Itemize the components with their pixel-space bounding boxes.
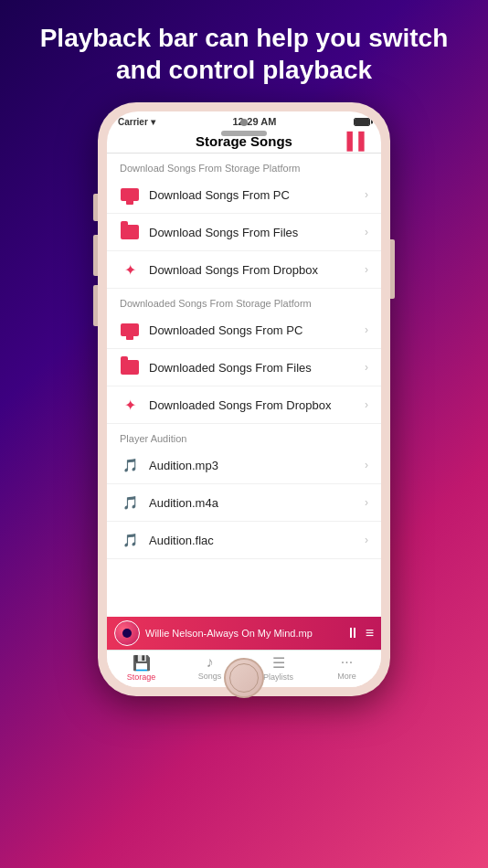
wifi-icon: ▾ <box>151 117 155 127</box>
volume-down-button <box>93 285 98 326</box>
dropbox-icon: ✦ <box>120 259 140 280</box>
music-note-2: 🎵 <box>122 495 138 510</box>
dropbox-icon-2: ✦ <box>120 395 140 415</box>
battery-fill <box>355 119 369 125</box>
phone-screen: Carrier ▾ 12:29 AM Storage Songs ▌▌ Down… <box>107 111 381 687</box>
downloaded-files-item[interactable]: Downloaded Songs From Files › <box>107 349 381 386</box>
status-right <box>354 118 370 126</box>
home-button-inner <box>229 663 259 693</box>
music-note-1: 🎵 <box>122 458 138 472</box>
chevron-icon: › <box>365 188 368 201</box>
download-files-item[interactable]: Download Songs From Files › <box>107 214 381 251</box>
music-note-3: 🎵 <box>122 533 138 547</box>
chevron-icon: › <box>365 398 368 411</box>
chevron-icon: › <box>365 496 368 509</box>
tab-storage[interactable]: 💾 Storage <box>107 654 175 682</box>
audition-flac-item[interactable]: 🎵 Audition.flac › <box>107 522 381 559</box>
playlists-tab-label: Playlists <box>263 672 293 682</box>
section-header-downloaded: Downloaded Songs From Storage Platform <box>107 289 381 312</box>
downloaded-dropbox-label: Downloaded Songs From Dropbox <box>149 398 361 412</box>
songs-tab-label: Songs <box>198 672 222 681</box>
phone-top-bar <box>221 119 267 136</box>
dropbox-shape: ✦ <box>124 261 136 279</box>
chevron-icon: › <box>365 226 368 238</box>
audition-mp3-label: Audition.mp3 <box>149 459 361 472</box>
audition-flac-label: Audition.flac <box>149 534 361 547</box>
power-button <box>390 239 395 299</box>
chevron-icon: › <box>365 534 368 546</box>
more-tab-label: More <box>337 672 356 681</box>
downloaded-pc-item[interactable]: Downloaded Songs From PC › <box>107 312 381 349</box>
chevron-icon: › <box>365 263 368 276</box>
chevron-icon: › <box>365 361 368 374</box>
download-dropbox-item[interactable]: ✦ Download Songs From Dropbox › <box>107 251 381 289</box>
volume-up-button <box>93 235 98 276</box>
download-pc-label: Download Songs From PC <box>149 188 361 202</box>
queue-button[interactable]: ≡ <box>366 625 374 641</box>
audition-m4a-label: Audition.m4a <box>149 496 361 510</box>
carrier-label: Carrier <box>118 117 148 127</box>
music-icon-2: 🎵 <box>120 492 140 513</box>
folder-icon-2 <box>120 357 140 377</box>
volume-mute-button <box>93 194 98 221</box>
section-header-audition: Player Audition <box>107 424 381 447</box>
pc-icon <box>120 185 140 205</box>
section-header-download: Download Songs From Storage Platform <box>107 153 381 176</box>
status-left: Carrier ▾ <box>118 117 155 127</box>
chevron-icon: › <box>365 459 368 471</box>
storage-tab-icon: 💾 <box>133 654 151 672</box>
songs-tab-icon: ♪ <box>207 654 214 671</box>
downloaded-pc-label: Downloaded Songs From PC <box>149 323 361 337</box>
album-art-thumb <box>114 620 140 646</box>
pc-shape <box>121 188 139 201</box>
download-dropbox-label: Download Songs From Dropbox <box>149 263 361 277</box>
speaker <box>221 131 267 136</box>
music-icon-1: 🎵 <box>120 455 140 475</box>
app-content: Download Songs From Storage Platform Dow… <box>107 153 381 617</box>
pc-shape-2 <box>121 323 139 336</box>
dropbox-shape-2: ✦ <box>124 397 136 414</box>
downloaded-files-label: Downloaded Songs From Files <box>149 361 361 375</box>
folder-shape-2 <box>121 360 139 375</box>
music-icon-3: 🎵 <box>120 530 140 550</box>
folder-icon <box>120 222 140 242</box>
download-pc-item[interactable]: Download Songs From PC › <box>107 176 381 214</box>
playback-bar[interactable]: Willie Nelson-Always On My Mind.mp ⏸ ≡ <box>107 617 381 650</box>
chevron-icon: › <box>365 323 368 336</box>
audition-m4a-item[interactable]: 🎵 Audition.m4a › <box>107 484 381 522</box>
pause-button[interactable]: ⏸ <box>345 625 360 641</box>
camera <box>240 119 248 126</box>
storage-tab-label: Storage <box>127 672 156 682</box>
audition-mp3-item[interactable]: 🎵 Audition.mp3 › <box>107 447 381 484</box>
folder-shape <box>121 225 139 239</box>
phone-frame: Carrier ▾ 12:29 AM Storage Songs ▌▌ Down… <box>98 102 390 696</box>
pc-icon-2 <box>120 320 140 340</box>
equalizer-icon[interactable]: ▌▌ <box>346 132 370 151</box>
downloaded-dropbox-item[interactable]: ✦ Downloaded Songs From Dropbox › <box>107 386 381 424</box>
headline-text: Playback bar can help you switch and con… <box>0 0 488 102</box>
home-button[interactable] <box>224 658 264 698</box>
more-tab-icon: ··· <box>341 654 353 671</box>
battery-icon <box>354 118 370 126</box>
playback-title: Willie Nelson-Always On My Mind.mp <box>145 628 340 639</box>
album-art-inner <box>122 629 132 638</box>
download-files-label: Download Songs From Files <box>149 226 361 239</box>
playlists-tab-icon: ☰ <box>272 654 285 672</box>
tab-more[interactable]: ··· More <box>313 654 381 682</box>
